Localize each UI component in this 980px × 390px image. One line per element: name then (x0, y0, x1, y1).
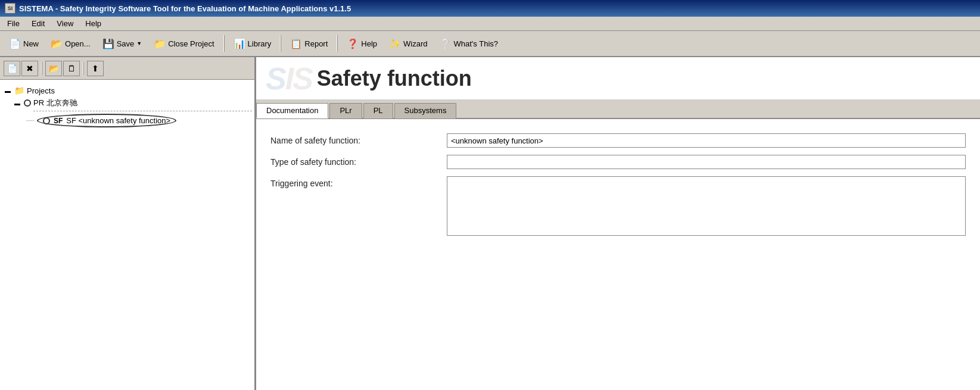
sf-label: SF <unknown safety function> (66, 116, 170, 125)
sf-item-highlighted-wrapper: ····· SF SF <unknown safety function> (26, 113, 252, 129)
tree-root-projects[interactable]: ▬ 📁 Projects (2, 85, 252, 96)
save-label: Save (117, 39, 135, 48)
add-item-button[interactable]: 📄 (4, 61, 20, 76)
root-folder-icon: 📁 (14, 86, 24, 95)
content-area: Name of safety function: Type of safety … (256, 119, 980, 390)
sf-item-selected[interactable]: SF SF <unknown safety function> (37, 114, 176, 127)
tab-plr[interactable]: PLr (329, 103, 362, 118)
tabs-row: Documentation PLr PL Subsystems (256, 100, 980, 119)
page-title: Safety function (317, 66, 472, 91)
paste-item-button[interactable]: 🗒 (63, 61, 80, 76)
toolbar: 📄 New 📂 Open... 💾 Save ▼ 📁 Close Project… (0, 31, 980, 57)
help-button[interactable]: ❓ Help (341, 34, 382, 53)
sistema-logo: SIS (266, 61, 312, 96)
save-dropdown-arrow[interactable]: ▼ (136, 40, 142, 46)
tree-item-project[interactable]: ▬ PR 北京奔驰 (12, 96, 252, 110)
sf-type-label: SF (54, 117, 63, 125)
open-label: Open... (65, 39, 91, 48)
tree-node-project: ▬ PR 北京奔驰 ····· SF SF <unknown safety fu… (12, 96, 252, 129)
new-button[interactable]: 📄 New (4, 34, 44, 53)
app-title: SISTEMA - Safety Integrity Software Tool… (19, 4, 351, 13)
wizard-button[interactable]: ✨ Wizard (384, 34, 433, 53)
up-button[interactable]: ⬆ (87, 61, 104, 76)
textarea-triggering-event[interactable] (447, 176, 966, 236)
root-collapse-icon: ▬ (5, 88, 12, 94)
app-icon: SI (5, 3, 15, 14)
main-layout: 📄 ✖ 📂 🗒 ⬆ ▬ 📁 Projects ▬ PR 北京奔驰 (0, 57, 980, 390)
report-button[interactable]: 📋 Report (285, 34, 333, 53)
project-collapse-icon: ▬ (14, 100, 21, 107)
tree-root-label: Projects (27, 86, 55, 95)
library-icon: 📊 (234, 38, 245, 49)
toolbar-separator-3 (337, 35, 338, 52)
whats-this-button[interactable]: ❔ What's This? (434, 34, 504, 53)
input-type-of-sf[interactable] (447, 155, 966, 169)
menu-help[interactable]: Help (80, 18, 106, 29)
title-bar: SI SISTEMA - Safety Integrity Software T… (0, 0, 980, 17)
label-triggering-event: Triggering event: (270, 176, 437, 188)
sf-connector: ····· (26, 117, 35, 124)
tree-view[interactable]: ▬ 📁 Projects ▬ PR 北京奔驰 ····· (0, 80, 254, 390)
menu-file[interactable]: File (2, 18, 24, 29)
help-icon: ❓ (347, 38, 359, 49)
label-name-of-sf: Name of safety function: (270, 133, 437, 145)
open-icon: 📂 (51, 38, 63, 49)
new-icon: 📄 (9, 38, 21, 49)
new-label: New (23, 39, 39, 48)
library-button[interactable]: 📊 Library (228, 34, 277, 53)
tab-subsystems[interactable]: Subsystems (394, 103, 457, 118)
report-icon: 📋 (290, 38, 302, 49)
save-button[interactable]: 💾 Save ▼ (97, 34, 148, 53)
right-header: SIS Safety function (256, 57, 980, 100)
left-subtoolbar-sep-1 (41, 62, 42, 75)
left-subtoolbar: 📄 ✖ 📂 🗒 ⬆ (0, 57, 254, 80)
save-icon: 💾 (102, 38, 114, 49)
toolbar-separator-2 (280, 35, 281, 52)
whats-this-label: What's This? (454, 39, 499, 48)
documentation-form: Name of safety function: Type of safety … (270, 133, 966, 236)
open-button[interactable]: 📂 Open... (45, 34, 96, 53)
close-project-button[interactable]: 📁 Close Project (148, 34, 219, 53)
help-label: Help (361, 39, 377, 48)
report-label: Report (304, 39, 328, 48)
menu-view[interactable]: View (52, 18, 78, 29)
close-project-icon: 📁 (154, 38, 166, 49)
project-circle-icon (24, 99, 31, 107)
label-type-of-sf: Type of safety function: (270, 155, 437, 167)
whats-this-icon: ❔ (440, 38, 452, 49)
input-name-of-sf[interactable] (447, 133, 966, 148)
library-label: Library (248, 39, 272, 48)
tree-project-label: PR 北京奔驰 (33, 98, 77, 108)
tree-node-sf: ····· SF SF <unknown safety function> (21, 111, 252, 129)
wizard-label: Wizard (403, 39, 427, 48)
tab-documentation[interactable]: Documentation (256, 103, 328, 118)
close-project-label: Close Project (168, 39, 214, 48)
copy-item-button[interactable]: 📂 (45, 61, 62, 76)
left-subtoolbar-sep-2 (83, 62, 84, 75)
sf-circle-icon (43, 117, 50, 124)
app-icon-text: SI (8, 5, 13, 11)
delete-item-button[interactable]: ✖ (21, 61, 38, 76)
menu-bar: File Edit View Help (0, 17, 980, 31)
left-panel: 📄 ✖ 📂 🗒 ⬆ ▬ 📁 Projects ▬ PR 北京奔驰 (0, 57, 256, 390)
tab-pl[interactable]: PL (363, 103, 393, 118)
right-panel: SIS Safety function Documentation PLr PL… (256, 57, 980, 390)
wizard-icon: ✨ (389, 38, 401, 49)
menu-edit[interactable]: Edit (27, 18, 49, 29)
tree-dashed-line (33, 111, 252, 111)
toolbar-separator-1 (223, 35, 225, 52)
